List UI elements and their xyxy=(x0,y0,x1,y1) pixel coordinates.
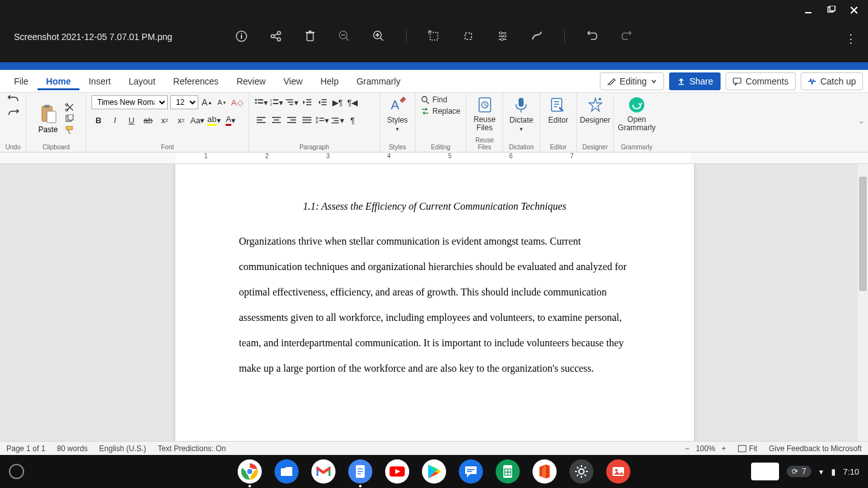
redo-button[interactable] xyxy=(7,109,20,119)
scrollbar-thumb[interactable] xyxy=(859,177,867,291)
font-color-button[interactable]: A▾ xyxy=(224,113,238,127)
page-indicator[interactable]: Page 1 of 1 xyxy=(6,444,45,453)
ruler[interactable]: 1 2 3 4 5 6 7 xyxy=(0,152,868,164)
line-spacing-button[interactable]: ▾ xyxy=(315,113,329,127)
redo-icon[interactable] xyxy=(620,29,634,43)
tab-grammarly[interactable]: Grammarly xyxy=(348,72,409,90)
ribbon-collapse-button[interactable]: ⌄ xyxy=(858,117,864,125)
tab-insert[interactable]: Insert xyxy=(79,72,119,90)
change-case-button[interactable]: Aa▾ xyxy=(191,113,205,127)
font-name-select[interactable]: Times New Roman xyxy=(92,95,168,109)
more-menu-icon[interactable]: ⋮ xyxy=(845,32,857,46)
crop-icon[interactable] xyxy=(461,29,475,43)
decrease-indent-button[interactable] xyxy=(300,95,314,109)
document-heading[interactable]: 1.1: Assess the Efficiency of Current Co… xyxy=(239,201,630,212)
document-area[interactable]: 1.1: Assess the Efficiency of Current Co… xyxy=(0,164,868,441)
zoom-in-icon[interactable] xyxy=(372,29,386,43)
align-left-button[interactable] xyxy=(254,113,268,127)
reuse-files-button[interactable]: Reuse Files xyxy=(471,95,498,132)
undo-icon[interactable] xyxy=(585,29,599,43)
format-painter-button[interactable] xyxy=(65,126,75,135)
find-button[interactable]: Find xyxy=(421,95,460,104)
fit-button[interactable]: Fit xyxy=(738,444,757,453)
tab-help[interactable]: Help xyxy=(311,72,348,90)
minimize-button[interactable] xyxy=(799,3,817,18)
undo-button[interactable] xyxy=(7,95,20,105)
subscript-button[interactable]: x2 xyxy=(158,113,172,127)
tab-references[interactable]: References xyxy=(165,72,228,90)
notification-pill[interactable]: ⟳ 7 xyxy=(787,466,811,477)
zoom-level[interactable]: 100% xyxy=(696,444,715,453)
paste-button[interactable]: Paste xyxy=(38,104,58,134)
office-app-icon[interactable] xyxy=(532,459,557,484)
underline-button[interactable]: U xyxy=(125,113,139,127)
docs-app-icon[interactable] xyxy=(348,459,372,484)
vertical-scrollbar[interactable] xyxy=(858,164,868,441)
close-button[interactable] xyxy=(845,3,863,18)
adjust-icon[interactable] xyxy=(496,29,510,43)
gmail-app-icon[interactable] xyxy=(311,459,336,484)
files-app-icon[interactable] xyxy=(275,459,299,484)
multilevel-button[interactable]: ▾ xyxy=(285,95,299,109)
sheets-app-icon[interactable] xyxy=(496,459,520,484)
page[interactable]: 1.1: Assess the Efficiency of Current Co… xyxy=(175,164,694,441)
tab-view[interactable]: View xyxy=(275,72,311,90)
tab-layout[interactable]: Layout xyxy=(119,72,164,90)
cut-button[interactable] xyxy=(65,103,75,112)
ltr-button[interactable]: ▶¶ xyxy=(330,95,344,109)
clear-formatting-button[interactable]: A◇ xyxy=(231,95,243,109)
editing-mode-dropdown[interactable]: Editing xyxy=(600,72,664,90)
tab-file[interactable]: File xyxy=(5,72,37,90)
bullets-button[interactable]: ▾ xyxy=(254,95,268,109)
show-marks-button[interactable]: ¶ xyxy=(346,113,360,127)
gallery-app-icon[interactable] xyxy=(606,459,630,484)
zoom-in-button[interactable]: + xyxy=(722,444,726,453)
replace-button[interactable]: Replace xyxy=(421,107,460,116)
comments-button[interactable]: Comments xyxy=(726,72,796,90)
play-store-app-icon[interactable] xyxy=(422,459,446,484)
feedback-link[interactable]: Give Feedback to Microsoft xyxy=(769,444,862,453)
strikethrough-button[interactable]: ab xyxy=(141,113,155,127)
rtl-button[interactable]: ¶◀ xyxy=(346,95,360,109)
language-indicator[interactable]: English (U.S.) xyxy=(99,444,146,453)
designer-button[interactable]: Designer xyxy=(580,95,610,125)
settings-app-icon[interactable] xyxy=(569,459,593,484)
youtube-app-icon[interactable] xyxy=(385,459,409,484)
share-button[interactable]: Share xyxy=(669,72,721,90)
messages-app-icon[interactable] xyxy=(459,459,483,484)
text-predictions[interactable]: Text Predictions: On xyxy=(158,444,226,453)
rotate-crop-icon[interactable] xyxy=(427,29,441,43)
grow-font-button[interactable]: A▲ xyxy=(201,95,214,109)
editor-button[interactable]: Editor xyxy=(548,95,568,125)
open-grammarly-button[interactable]: Open Grammarly xyxy=(618,95,655,132)
maximize-button[interactable] xyxy=(822,3,840,18)
document-body[interactable]: Organizations thrive when stellar commun… xyxy=(239,229,630,381)
styles-button[interactable]: A Styles ▾ xyxy=(387,95,408,132)
dictate-button[interactable]: Dictate ▾ xyxy=(510,95,533,132)
catchup-button[interactable]: Catch up xyxy=(801,72,863,90)
tab-home[interactable]: Home xyxy=(37,72,80,90)
ime-indicator[interactable] xyxy=(751,463,779,480)
italic-button[interactable]: I xyxy=(108,113,122,127)
bold-button[interactable]: B xyxy=(92,113,105,127)
font-size-select[interactable]: 12 xyxy=(170,95,198,109)
zoom-out-icon[interactable] xyxy=(337,29,351,43)
launcher-button[interactable] xyxy=(9,464,24,479)
annotate-icon[interactable] xyxy=(530,29,544,43)
highlight-button[interactable]: ab▾ xyxy=(207,113,221,127)
chrome-app-icon[interactable] xyxy=(238,459,262,484)
tab-review[interactable]: Review xyxy=(227,72,275,90)
shelf-status-area[interactable]: ⟳ 7 ▾ ▮ 7:10 xyxy=(751,463,859,480)
delete-icon[interactable] xyxy=(303,29,317,43)
word-count[interactable]: 80 words xyxy=(57,444,88,453)
shrink-font-button[interactable]: A▼ xyxy=(216,95,229,109)
align-right-button[interactable] xyxy=(285,113,299,127)
zoom-out-button[interactable]: − xyxy=(685,444,689,453)
superscript-button[interactable]: x2 xyxy=(174,113,188,127)
indent-spacing-button[interactable]: ▾ xyxy=(330,113,344,127)
share-icon[interactable] xyxy=(269,29,283,43)
info-icon[interactable] xyxy=(234,29,248,43)
justify-button[interactable] xyxy=(300,113,314,127)
increase-indent-button[interactable] xyxy=(315,95,329,109)
numbering-button[interactable]: 12▾ xyxy=(269,95,283,109)
